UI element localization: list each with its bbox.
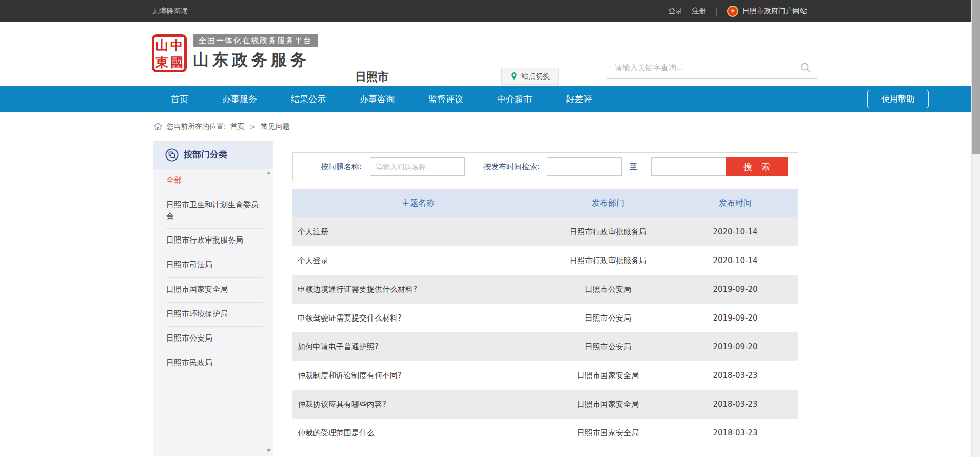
brand-title: 山东政务服务 [193, 49, 318, 71]
national-emblem-icon: ★ [727, 6, 738, 17]
main-navigation: 首页 办事服务 结果公示 办事咨询 监督评议 中介超市 好差评 使用帮助 [0, 86, 980, 112]
site-header: 山 中 東 國 全国一体化在线政务服务平台 山东政务服务 日照市 站点切换 [0, 22, 980, 86]
faq-table-row: 如何申请电子普通护照? 日照市公安局 2019-09-20 [292, 332, 798, 361]
faq-title-cell[interactable]: 如何申请电子普通护照? [292, 332, 544, 361]
faq-table-row: 仲裁的受理范围是什么 日照市国家安全局 2018-03-23 [292, 419, 798, 447]
topbar-divider: | [715, 7, 718, 15]
sidebar-header: 按部门分类 [153, 141, 273, 169]
help-button[interactable]: 使用帮助 [867, 90, 929, 108]
date-to-label: 至 [629, 162, 637, 172]
faq-department-cell: 日照市国家安全局 [544, 390, 672, 419]
department-item[interactable]: 日照市卫生和计划生育委员会 [166, 193, 263, 229]
breadcrumb-current: 常见问题 [261, 122, 289, 131]
gov-portal-link[interactable]: ★ 日照市政府门户网站 [727, 6, 807, 17]
department-list: 全部 日照市卫生和计划生育委员会 日照市行政审批服务局 日照市司法局 日照市国家… [153, 169, 273, 375]
faq-department-cell: 日照市公安局 [544, 332, 672, 361]
keyword-search-input[interactable] [607, 63, 794, 72]
current-city-label: 日照市 [355, 69, 389, 85]
sidebar-scroll-down-icon[interactable] [267, 449, 271, 452]
login-link[interactable]: 登录 [668, 7, 682, 16]
search-icon[interactable] [794, 56, 817, 78]
faq-table-row: 仲裁协议应具有哪些内容? 日照市国家安全局 2018-03-23 [292, 390, 798, 419]
faq-title-cell[interactable]: 仲裁制度和诉讼制度有何不同? [292, 361, 544, 390]
question-name-label: 按问题名称: [321, 162, 362, 172]
nav-item[interactable]: 好差评 [549, 86, 609, 112]
home-icon [154, 123, 162, 130]
nav-item[interactable]: 中介超市 [480, 86, 549, 112]
faq-department-cell: 日照市国家安全局 [544, 361, 672, 390]
faq-title-cell[interactable]: 申领驾驶证需要提交什么材料? [292, 304, 544, 332]
question-filter-bar: 按问题名称: 按发布时间检索: 至 搜 索 [292, 152, 798, 181]
faq-title-cell[interactable]: 个人注册 [292, 217, 544, 246]
platform-tagline: 全国一体化在线政务服务平台 [193, 34, 318, 47]
keyword-search-box [607, 56, 817, 79]
faq-date-cell: 2020-10-14 [672, 217, 798, 246]
faq-table-header-row: 主题名称 发布部门 发布时间 [292, 189, 798, 217]
faq-title-cell[interactable]: 个人登录 [292, 246, 544, 275]
faq-department-cell: 日照市国家安全局 [544, 419, 672, 447]
column-header-date: 发布时间 [672, 189, 798, 217]
sidebar-title: 按部门分类 [184, 149, 227, 161]
breadcrumb: 您当前所在的位置: 首页 > 常见问题 [0, 112, 980, 141]
gov-portal-label: 日照市政府门户网站 [742, 7, 807, 16]
faq-department-cell: 日照市行政审批服务局 [544, 246, 672, 275]
breadcrumb-prefix: 您当前所在的位置: [166, 122, 226, 131]
location-pin-icon [510, 72, 518, 81]
faq-date-cell: 2019-09-20 [672, 275, 798, 304]
question-name-input[interactable] [370, 157, 465, 176]
department-item[interactable]: 日照市司法局 [166, 253, 263, 278]
nav-item[interactable]: 结果公示 [274, 86, 343, 112]
accessibility-link[interactable]: 无障碍阅读 [152, 7, 188, 16]
column-header-department: 发布部门 [544, 189, 672, 217]
department-item[interactable]: 日照市民政局 [166, 351, 263, 375]
nav-item[interactable]: 首页 [154, 86, 205, 112]
faq-title-cell[interactable]: 申领边境通行证需要提供什么材料? [292, 275, 544, 304]
department-item[interactable]: 日照市行政审批服务局 [166, 229, 263, 253]
main-content: 按部门分类 全部 日照市卫生和计划生育委员会 日照市行政审批服务局 日照市司法局… [0, 141, 980, 456]
register-link[interactable]: 注册 [692, 7, 706, 16]
breadcrumb-separator: > [250, 123, 256, 131]
faq-title-cell[interactable]: 仲裁的受理范围是什么 [292, 419, 544, 447]
department-item[interactable]: 日照市公安局 [166, 327, 263, 351]
faq-table-row: 申领驾驶证需要提交什么材料? 日照市公安局 2019-09-20 [292, 304, 798, 332]
faq-date-cell: 2019-09-20 [672, 304, 798, 332]
faq-date-cell: 2020-10-14 [672, 246, 798, 275]
faq-table-row: 仲裁制度和诉讼制度有何不同? 日照市国家安全局 2018-03-23 [292, 361, 798, 390]
faq-table-row: 申领边境通行证需要提供什么材料? 日照市公安局 2019-09-20 [292, 275, 798, 304]
shandong-seal-icon: 山 中 東 國 [152, 34, 187, 72]
breadcrumb-home-link[interactable]: 首页 [230, 122, 245, 131]
site-switch-label: 站点切换 [521, 72, 550, 81]
faq-department-cell: 日照市行政审批服务局 [544, 217, 672, 246]
faq-department-cell: 日照市公安局 [544, 304, 672, 332]
category-icon [165, 148, 179, 162]
faq-table-row: 个人注册 日照市行政审批服务局 2020-10-14 [292, 217, 798, 246]
filter-search-button[interactable]: 搜 索 [726, 157, 788, 176]
sidebar-scroll-up-icon[interactable] [267, 171, 271, 174]
faq-department-cell: 日照市公安局 [544, 275, 672, 304]
faq-title-cell[interactable]: 仲裁协议应具有哪些内容? [292, 390, 544, 419]
faq-date-cell: 2018-03-23 [672, 361, 798, 390]
content-area: 按问题名称: 按发布时间检索: 至 搜 索 主题名称 发布部门 发布时间 个人注… [292, 141, 798, 447]
department-item[interactable]: 日照市国家安全局 [166, 278, 263, 303]
department-item[interactable]: 全部 [166, 169, 263, 193]
date-from-input[interactable] [547, 157, 622, 176]
faq-table-row: 个人登录 日照市行政审批服务局 2020-10-14 [292, 246, 798, 275]
column-header-title: 主题名称 [292, 189, 544, 217]
date-to-input[interactable] [651, 157, 726, 176]
page-scrollbar-thumb[interactable] [972, 0, 980, 154]
department-item[interactable]: 日照市环境保护局 [166, 303, 263, 327]
faq-date-cell: 2019-09-20 [672, 332, 798, 361]
nav-item[interactable]: 办事咨询 [343, 86, 411, 112]
faq-date-cell: 2018-03-23 [672, 419, 798, 447]
faq-date-cell: 2018-03-23 [672, 390, 798, 419]
department-sidebar: 按部门分类 全部 日照市卫生和计划生育委员会 日照市行政审批服务局 日照市司法局… [153, 141, 273, 456]
faq-table: 主题名称 发布部门 发布时间 个人注册 日照市行政审批服务局 2020-10-1… [292, 189, 798, 447]
site-logo[interactable]: 山 中 東 國 全国一体化在线政务服务平台 山东政务服务 [152, 34, 318, 72]
page-scrollbar[interactable] [971, 0, 980, 457]
publish-date-label: 按发布时间检索: [483, 162, 540, 172]
top-utility-bar: 无障碍阅读 登录 注册 | ★ 日照市政府门户网站 [0, 0, 980, 22]
nav-item[interactable]: 办事服务 [205, 86, 274, 112]
nav-item[interactable]: 监督评议 [411, 86, 480, 112]
site-switch-button[interactable]: 站点切换 [501, 68, 559, 85]
